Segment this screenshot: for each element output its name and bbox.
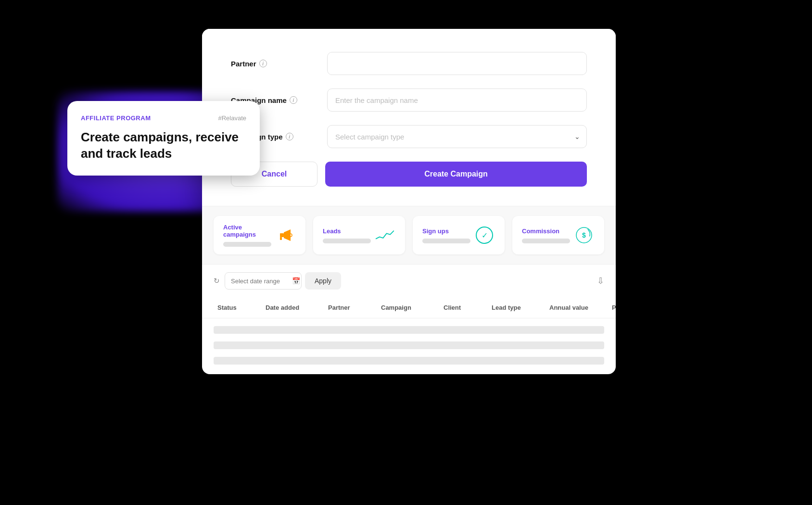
stat-card-leads: Leads [313,216,405,254]
stats-section: Active campaigns Leads [202,206,616,264]
stat-commission-label: Commission [522,227,570,235]
megaphone-icon [275,225,296,246]
svg-text:$: $ [582,231,586,239]
svg-marker-1 [284,229,291,241]
stat-card-commission: Commission $ [512,216,604,254]
campaign-type-info-icon: i [286,133,293,140]
stat-leads-label: Leads [323,227,371,235]
stat-active-label: Active campaigns [223,224,275,238]
stat-active-bar [223,242,271,247]
affiliate-title: Create campaigns, receive and track lead… [81,129,246,162]
stat-leads-bar [323,239,371,243]
table-row [214,341,604,349]
partner-input[interactable] [327,52,587,75]
col-date-added: Date added [262,297,324,318]
col-lead-type: Lead type [488,297,546,318]
table-row [214,357,604,365]
stat-leads-left: Leads [323,227,371,243]
download-icon[interactable]: ⇩ [597,276,604,286]
filter-section: ↻ 📅 Apply ⇩ [202,264,616,297]
campaign-name-row: Campaign name i [231,88,587,112]
table-section: Status Date added Partner Campaign Clien… [202,297,616,365]
calendar-icon: 📅 [292,277,300,285]
col-campaign: Campaign [377,297,440,318]
col-possible-payout: Possible payout [608,297,616,318]
checkmark-circle-icon: ✓ [474,225,495,246]
table-row [214,326,604,334]
stat-signups-bar [422,239,470,243]
col-annual-value: Annual value [546,297,608,318]
partner-row: Partner i [231,52,587,75]
table-header: Status Date added Partner Campaign Clien… [202,297,616,318]
partner-label: Partner i [231,60,327,68]
partner-info-icon: i [259,60,267,67]
stat-commission-left: Commission [522,227,570,243]
form-actions: Cancel Create Campaign [231,162,587,187]
affiliate-program-label: AFFILIATE PROGRAM [81,114,151,122]
svg-rect-0 [280,233,284,237]
checkmark-icon: ✓ [476,227,493,244]
stat-signups-label: Sign ups [422,227,470,235]
main-panel: Partner i Campaign name i Campaign type … [202,29,616,374]
leads-chart-icon [374,225,395,246]
refresh-icon[interactable]: ↻ [214,277,220,285]
form-section: Partner i Campaign name i Campaign type … [202,29,616,206]
col-status: Status [214,297,262,318]
filter-left: ↻ 📅 Apply [214,272,341,290]
stat-active-left: Active campaigns [223,224,275,247]
col-partner: Partner [324,297,377,318]
svg-rect-2 [280,237,282,240]
affiliate-hash: #Relavate [218,114,246,122]
campaign-type-row: Campaign type i Select campaign type ⌄ [231,125,587,148]
col-client: Client [440,297,488,318]
create-campaign-button[interactable]: Create Campaign [325,162,587,187]
commission-icon: $ [573,225,595,246]
affiliate-card-header: AFFILIATE PROGRAM #Relavate [81,114,246,122]
apply-button[interactable]: Apply [305,272,341,290]
date-range-input[interactable] [225,272,302,290]
campaign-type-wrapper: Select campaign type ⌄ [327,125,587,148]
campaign-name-input[interactable] [327,88,587,112]
affiliate-card: AFFILIATE PROGRAM #Relavate Create campa… [67,101,260,176]
stat-commission-bar [522,239,570,243]
campaign-type-select[interactable]: Select campaign type [327,125,587,148]
stat-card-active-campaigns: Active campaigns [214,216,305,254]
stat-card-signups: Sign ups ✓ [413,216,505,254]
stat-signups-left: Sign ups [422,227,470,243]
campaign-name-info-icon: i [290,96,297,104]
